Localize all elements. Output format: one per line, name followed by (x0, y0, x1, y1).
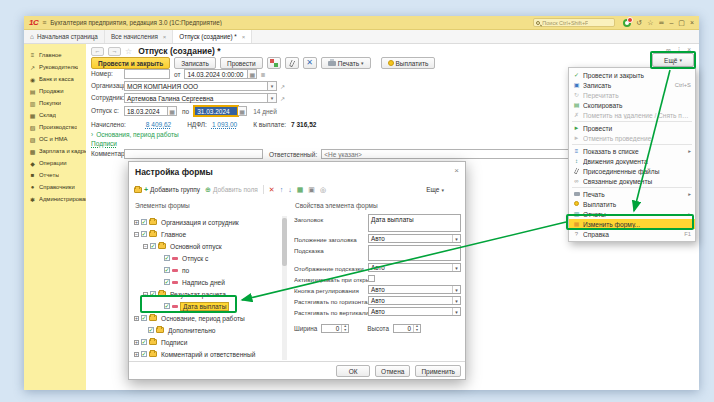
more-button[interactable]: Ещё▾ (652, 53, 694, 67)
calendar-icon[interactable] (168, 106, 177, 116)
tree-item[interactable]: Основание, период работы (134, 312, 280, 324)
menu-item-related-docs[interactable]: ∞Связанные документы (569, 176, 695, 186)
tab-vacation[interactable]: Отпуск (создание) *× (173, 30, 252, 43)
close-button[interactable]: × (690, 19, 694, 26)
expander-icon[interactable] (134, 316, 139, 321)
tree-scrollbar[interactable] (282, 216, 287, 360)
history-icon[interactable]: ↺ (636, 19, 642, 26)
vacation-from-input[interactable]: 18.03.2024 (124, 106, 168, 116)
menu-item-reports[interactable]: ▥Отчеты▸ (569, 209, 695, 219)
tab-close-icon[interactable]: × (242, 34, 246, 40)
number-input[interactable] (124, 69, 170, 79)
sidebar-item-zarplata[interactable]: ▩Зарплата и кадры (24, 145, 86, 157)
menu-item-save[interactable]: ▣ЗаписатьCtrl+S (569, 80, 695, 90)
tree-item[interactable]: Дополнительно (134, 324, 280, 336)
sidebar-item-otchety[interactable]: ■Отчеты (24, 169, 86, 181)
stretch-vertical-select[interactable]: Авто (368, 307, 461, 316)
preview-icon[interactable]: ◎ (320, 186, 326, 194)
expander-icon[interactable] (134, 220, 139, 225)
forward-button[interactable]: → (108, 47, 121, 56)
activate-on-open-checkbox[interactable] (368, 275, 375, 282)
delete-icon[interactable]: ✕ (269, 186, 275, 194)
sidebar-item-os-nma[interactable]: ▨ОС и НМА (24, 133, 86, 145)
menu-item-pay[interactable]: Выплатить (569, 199, 695, 209)
menu-item-reread[interactable]: ↻Перечитать (569, 90, 695, 100)
move-down-icon[interactable]: ↓ (288, 186, 292, 193)
restore-settings-icon[interactable]: ▦ (297, 186, 304, 194)
service-menu-icon[interactable]: ≂ (659, 19, 665, 26)
menu-item-show-in-list[interactable]: ≡Показать в списке▸ (569, 146, 695, 156)
add-fields-button[interactable]: ⊕ Добавить поля (205, 186, 258, 194)
tree-item[interactable]: Надпись дней (134, 276, 280, 288)
title-position-select[interactable]: Авто (368, 234, 461, 243)
tab-home[interactable]: ⌂ Начальная страница (24, 30, 105, 43)
menu-item-delete-mark[interactable]: ✗Пометить на удаление / Снять пометку (569, 110, 695, 120)
dtkt-button[interactable] (267, 57, 281, 69)
expander-icon[interactable] (143, 244, 148, 249)
grounds-link[interactable]: Основания, период работы (96, 131, 178, 138)
back-button[interactable]: ← (91, 47, 104, 56)
grounds-expander-icon[interactable]: › (91, 131, 93, 138)
sidebar-item-sklad[interactable]: ▦Склад (24, 109, 86, 121)
minimize-button[interactable]: – (669, 19, 673, 26)
sidebar-item-spravochniki[interactable]: ●Справочники (24, 181, 86, 193)
comment-input[interactable] (124, 149, 263, 159)
adjust-button-select[interactable]: Авто (368, 285, 461, 294)
history-small-icon[interactable]: ≣ (260, 71, 265, 78)
sidebar-item-proizvodstvo[interactable]: ▧Производство (24, 121, 86, 133)
checkbox-checked-icon[interactable] (150, 243, 156, 249)
checkbox-checked-icon[interactable] (164, 303, 170, 309)
dialog-more-button[interactable]: Еще▾ (426, 186, 444, 193)
tab-accruals[interactable]: Все начисления× (105, 30, 173, 43)
pay-button[interactable]: Выплатить (381, 57, 436, 69)
tooltip-display-select[interactable]: Авто (368, 263, 461, 272)
menu-item-post[interactable]: ►Провести (569, 123, 695, 133)
checkbox-checked-icon[interactable] (164, 255, 170, 261)
tree-item[interactable]: Главное (134, 228, 280, 240)
expander-icon[interactable] (134, 352, 139, 357)
menu-item-help[interactable]: ?СправкаF1 (569, 229, 695, 239)
tree-item[interactable]: Отпуск с (134, 252, 280, 264)
checkbox-checked-icon[interactable] (141, 219, 147, 225)
doc-date-input[interactable]: 14.03.2024 0:00:00 (184, 69, 248, 79)
save-button[interactable]: Записать (174, 57, 216, 69)
height-stepper[interactable]: 0▲▼ (393, 324, 421, 333)
apply-button[interactable]: Применить (415, 365, 461, 377)
add-group-button[interactable]: + Добавить группу (134, 186, 200, 193)
open-link-icon[interactable]: ↗ (280, 95, 285, 102)
expander-icon[interactable] (134, 340, 139, 345)
chevron-down-icon[interactable]: ▾ (268, 93, 277, 103)
menu-item-post-close[interactable]: ✓Провести и закрыть (569, 70, 695, 80)
calendar-icon[interactable] (248, 69, 257, 79)
chevron-down-icon[interactable]: ▾ (268, 81, 277, 91)
checkbox-checked-icon[interactable] (141, 231, 147, 237)
checkbox-checked-icon[interactable] (150, 291, 156, 297)
discussions-icon[interactable] (623, 19, 631, 27)
width-stepper[interactable]: 0▲▼ (321, 324, 349, 333)
ok-button[interactable]: ОК (336, 365, 370, 377)
expander-icon[interactable] (143, 292, 148, 297)
sidebar-item-prodazhi[interactable]: ▤Продажи (24, 85, 86, 97)
signatures-link[interactable]: Подписи (91, 140, 117, 147)
tree-item[interactable]: по (134, 264, 280, 276)
based-on-button[interactable]: ✕ (303, 57, 317, 69)
search-input[interactable]: Поиск Ctrl+Shift+F (533, 18, 615, 27)
tree-item[interactable]: Результат расчета (134, 288, 280, 300)
maximize-button[interactable]: ▢ (678, 19, 685, 27)
tree-item-selected[interactable]: Дата выплаты (134, 300, 280, 312)
favorites-star-icon[interactable]: ☆ (647, 19, 653, 26)
checkbox-checked-icon[interactable] (164, 279, 170, 285)
tree-item[interactable]: Комментарий и ответственный (134, 348, 280, 360)
stretch-horizontal-select[interactable]: Авто (368, 296, 461, 305)
checkbox-checked-icon[interactable] (141, 315, 147, 321)
tab-close-icon[interactable]: × (163, 34, 167, 40)
menu-item-unpost[interactable]: ►Отменить проведение (569, 133, 695, 143)
main-menu-burger-icon[interactable]: ≡ (42, 19, 46, 26)
menu-item-change-form[interactable]: ▦Изменить форму... (569, 219, 695, 229)
favorite-star-icon[interactable]: ☆ (125, 47, 132, 56)
organization-input[interactable]: МОЯ КОМПАНИЯ ООО (124, 81, 268, 91)
sidebar-item-operacii[interactable]: ◆Операции (24, 157, 86, 169)
checkbox-checked-icon[interactable] (141, 339, 147, 345)
tree-item[interactable]: Подписи (134, 336, 280, 348)
checkbox-checked-icon[interactable] (148, 327, 154, 333)
